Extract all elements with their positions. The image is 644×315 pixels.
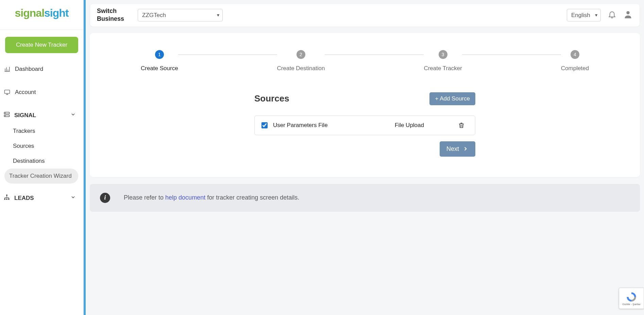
info-icon: i xyxy=(100,193,110,203)
svg-rect-5 xyxy=(6,195,7,196)
sidebar-group-label: SIGNAL xyxy=(14,112,36,119)
sidebar-group-leads[interactable]: LEADS xyxy=(0,190,83,206)
svg-rect-6 xyxy=(4,199,5,200)
sources-section: Sources + Add Source User Parameters Fil… xyxy=(254,92,475,157)
sitemap-icon xyxy=(3,194,10,202)
switch-business-label: Switch Business xyxy=(97,7,124,23)
svg-point-9 xyxy=(626,11,629,14)
monitor-icon xyxy=(3,89,11,96)
language-select[interactable]: English xyxy=(567,9,601,21)
sidebar-item-label: Dashboard xyxy=(15,66,43,73)
step-connector xyxy=(178,54,277,55)
svg-rect-0 xyxy=(5,90,10,93)
recaptcha-label: Gizlilik - Şartlar xyxy=(622,303,641,306)
logo: signalsight xyxy=(0,0,83,30)
step-create-tracker: 3 Create Tracker xyxy=(424,50,462,72)
sidebar-item-destinations[interactable]: Destinations xyxy=(13,154,83,169)
create-new-tracker-button[interactable]: Create New Tracker xyxy=(5,37,78,53)
sidebar-item-trackers[interactable]: Trackers xyxy=(13,124,83,139)
bar-chart-icon xyxy=(3,65,11,73)
bell-icon[interactable] xyxy=(608,10,616,20)
sidebar-item-label: Account xyxy=(15,89,36,96)
sidebar-nav: Dashboard Account SIGNAL Trac xyxy=(0,61,83,206)
step-connector xyxy=(325,54,424,55)
chevron-down-icon xyxy=(70,112,76,119)
step-number: 3 xyxy=(439,50,447,59)
help-document-link[interactable]: help document xyxy=(165,194,205,201)
delete-source-button[interactable] xyxy=(455,122,468,129)
wizard-card: 1 Create Source 2 Create Destination 3 C… xyxy=(90,33,640,177)
next-button-label: Next xyxy=(446,145,459,153)
step-create-destination: 2 Create Destination xyxy=(277,50,325,72)
step-number: 4 xyxy=(571,50,579,59)
sources-title: Sources xyxy=(254,93,289,104)
step-connector xyxy=(462,54,561,55)
chevron-down-icon xyxy=(70,194,76,202)
info-text: Please refer to help document for tracke… xyxy=(124,194,299,201)
user-icon[interactable] xyxy=(623,10,633,20)
step-label: Create Destination xyxy=(277,65,325,72)
step-create-source: 1 Create Source xyxy=(141,50,178,72)
svg-rect-1 xyxy=(4,112,10,114)
sidebar-group-label: LEADS xyxy=(14,195,34,202)
chevron-right-icon xyxy=(462,146,469,152)
step-completed: 4 Completed xyxy=(561,50,589,72)
source-row: User Parameters File File Upload xyxy=(254,115,475,135)
logo-text-signal: signal xyxy=(15,7,44,19)
sidebar-item-account[interactable]: Account xyxy=(0,84,83,101)
trash-icon xyxy=(458,122,465,129)
stepper: 1 Create Source 2 Create Destination 3 C… xyxy=(141,50,589,72)
svg-point-3 xyxy=(5,113,5,113)
recaptcha-icon xyxy=(626,291,637,303)
sidebar-group-signal[interactable]: SIGNAL xyxy=(0,107,83,124)
source-checkbox[interactable] xyxy=(261,122,268,128)
source-name: User Parameters File xyxy=(273,122,389,129)
source-type: File Upload xyxy=(395,122,449,129)
info-banner: i Please refer to help document for trac… xyxy=(90,184,640,212)
sidebar-item-sources[interactable]: Sources xyxy=(13,139,83,154)
svg-point-4 xyxy=(5,116,5,116)
logo-text-sight: sight xyxy=(44,7,68,19)
step-label: Create Source xyxy=(141,65,178,72)
sidebar-item-dashboard[interactable]: Dashboard xyxy=(0,61,83,78)
step-label: Completed xyxy=(561,65,589,72)
business-select[interactable]: ZZGTech xyxy=(138,9,223,21)
step-label: Create Tracker xyxy=(424,65,462,72)
next-button[interactable]: Next xyxy=(440,141,475,157)
sidebar-group-signal-children: Trackers Sources Destinations Tracker Cr… xyxy=(0,124,83,184)
svg-rect-8 xyxy=(8,199,9,200)
svg-rect-7 xyxy=(6,199,7,200)
add-source-button[interactable]: + Add Source xyxy=(429,92,475,105)
svg-rect-2 xyxy=(4,115,10,117)
recaptcha-badge: Gizlilik - Şartlar xyxy=(619,288,644,309)
step-number: 2 xyxy=(296,50,305,59)
main-content: Switch Business ZZGTech English xyxy=(86,0,644,315)
step-number: 1 xyxy=(155,50,164,59)
sidebar-item-tracker-wizard[interactable]: Tracker Creation Wizard xyxy=(4,169,78,184)
topbar: Switch Business ZZGTech English xyxy=(90,3,640,27)
server-icon xyxy=(3,111,10,120)
sidebar: signalsight Create New Tracker Dashboard… xyxy=(0,0,84,315)
